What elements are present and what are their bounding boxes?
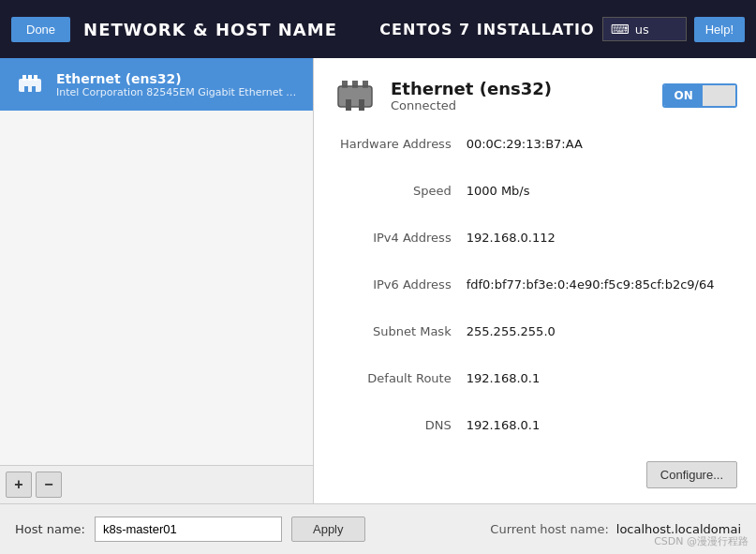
help-button[interactable]: Help!: [694, 17, 745, 42]
subnet-value: 255.255.255.0: [459, 321, 737, 367]
page-title: NETWORK & HOST NAME: [83, 20, 337, 39]
network-list-empty: [0, 111, 313, 465]
table-row: IPv6 Address fdf0:bf77:bf3e:0:4e90:f5c9:…: [333, 274, 737, 321]
subnet-label: Subnet Mask: [333, 321, 459, 367]
main-content: Ethernet (ens32) Intel Corporation 82545…: [0, 58, 756, 554]
device-header-left: Ethernet (ens32) Connected: [333, 73, 552, 118]
network-item-info: Ethernet (ens32) Intel Corporation 82545…: [56, 71, 300, 98]
svg-rect-7: [342, 81, 348, 88]
remove-network-button[interactable]: −: [36, 472, 62, 498]
toggle-on-label: ON: [664, 85, 702, 106]
host-name-label: Host name:: [15, 522, 85, 536]
svg-rect-10: [346, 99, 351, 111]
header-right: CENTOS 7 INSTALLATIO ⌨ us Help!: [379, 17, 745, 42]
table-row: Subnet Mask 255.255.255.0: [333, 321, 737, 367]
network-info-table: Hardware Address 00:0C:29:13:B7:AA Speed…: [333, 133, 737, 461]
table-row: Default Route 192.168.0.1: [333, 367, 737, 414]
svg-rect-2: [28, 75, 32, 81]
device-header: Ethernet (ens32) Connected ON: [333, 73, 737, 118]
svg-rect-9: [363, 81, 368, 88]
done-button[interactable]: Done: [11, 17, 70, 42]
ipv6-value: fdf0:bf77:bf3e:0:4e90:f5c9:85cf:b2c9/64: [459, 274, 737, 321]
network-item-name: Ethernet (ens32): [56, 71, 300, 86]
svg-rect-11: [359, 99, 364, 111]
add-network-button[interactable]: +: [6, 472, 32, 498]
toggle-switch[interactable]: ON: [662, 83, 737, 108]
locale-value: us: [635, 22, 649, 37]
ipv4-value: 192.168.0.112: [459, 227, 737, 274]
dns-label: DNS: [333, 414, 459, 461]
hardware-address-value: 00:0C:29:13:B7:AA: [459, 133, 737, 180]
dns-value: 192.168.0.1: [459, 414, 737, 461]
speed-label: Speed: [333, 180, 459, 227]
right-panel: Ethernet (ens32) Connected ON Hardware A…: [314, 58, 756, 503]
svg-rect-6: [338, 86, 372, 107]
table-row: IPv4 Address 192.168.0.112: [333, 227, 737, 274]
device-info: Ethernet (ens32) Connected: [391, 79, 552, 112]
content-area: Ethernet (ens32) Intel Corporation 82545…: [0, 58, 756, 503]
network-list-item[interactable]: Ethernet (ens32) Intel Corporation 82545…: [0, 58, 313, 111]
svg-rect-0: [19, 79, 41, 92]
svg-rect-3: [34, 75, 37, 81]
ipv6-label: IPv6 Address: [333, 274, 459, 321]
host-name-input[interactable]: [95, 517, 282, 542]
device-name: Ethernet (ens32): [391, 79, 552, 98]
device-icon: [333, 73, 378, 118]
apply-button[interactable]: Apply: [291, 517, 365, 542]
bottom-bar: Host name: Apply Current host name: loca…: [0, 503, 756, 554]
svg-rect-4: [24, 86, 28, 94]
locale-select[interactable]: ⌨ us: [602, 17, 687, 41]
ipv4-label: IPv4 Address: [333, 227, 459, 274]
svg-rect-5: [32, 86, 36, 94]
table-row: Hardware Address 00:0C:29:13:B7:AA: [333, 133, 737, 180]
toggle-off-label: [703, 85, 735, 106]
default-route-value: 192.168.0.1: [459, 367, 737, 414]
ethernet-icon: [13, 67, 47, 101]
left-panel-buttons: + −: [0, 465, 313, 503]
svg-rect-8: [352, 81, 358, 88]
current-host-label: Current host name:: [490, 522, 608, 536]
app-title: CENTOS 7 INSTALLATIO: [379, 21, 594, 38]
header: Done NETWORK & HOST NAME CENTOS 7 INSTAL…: [0, 0, 756, 58]
table-row: Speed 1000 Mb/s: [333, 180, 737, 227]
network-item-desc: Intel Corporation 82545EM Gigabit Ethern…: [56, 86, 300, 98]
default-route-label: Default Route: [333, 367, 459, 414]
header-left: Done NETWORK & HOST NAME: [11, 17, 337, 42]
hardware-address-label: Hardware Address: [333, 133, 459, 180]
svg-rect-1: [22, 75, 26, 81]
table-row: DNS 192.168.0.1: [333, 414, 737, 461]
watermark: CSDN @漫漫行程路: [654, 534, 749, 548]
configure-button[interactable]: Configure...: [646, 461, 737, 488]
locale-flag-icon: ⌨: [611, 22, 630, 37]
left-panel: Ethernet (ens32) Intel Corporation 82545…: [0, 58, 314, 503]
device-status: Connected: [391, 98, 552, 112]
speed-value: 1000 Mb/s: [459, 180, 737, 227]
